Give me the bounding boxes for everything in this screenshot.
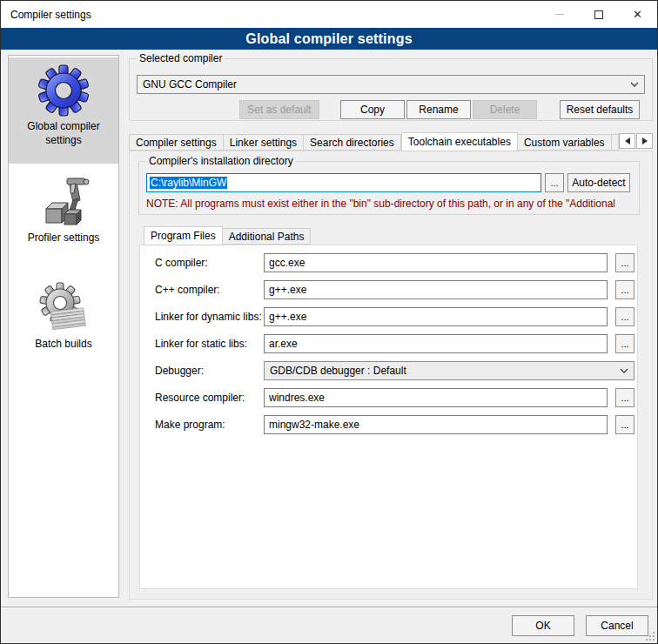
settings-tabstrip: Compiler settings Linker settings Search… — [129, 131, 653, 151]
installation-directory-value: C:\raylib\MinGW — [150, 177, 227, 189]
arrow-left-icon — [625, 138, 630, 144]
close-button[interactable]: ✕ — [618, 1, 657, 28]
ok-button[interactable]: OK — [512, 615, 574, 636]
field-value: mingw32-make.exe — [269, 419, 359, 431]
compiler-select-value: GNU GCC Compiler — [143, 78, 237, 91]
tab-program-files[interactable]: Program Files — [144, 226, 223, 245]
make-program-input[interactable]: mingw32-make.exe — [264, 415, 608, 434]
page-title: Global compiler settings — [245, 31, 413, 47]
tab-additional-paths[interactable]: Additional Paths — [223, 228, 312, 245]
field-label: Make program: — [155, 419, 264, 431]
program-files-page: C compiler: gcc.exe ... C++ compiler: g+… — [139, 245, 638, 589]
field-value: windres.exe — [269, 392, 325, 404]
footer-buttons: OK Cancel — [512, 615, 648, 636]
field-value: g++.exe — [269, 284, 306, 296]
auto-detect-button[interactable]: Auto-detect — [567, 173, 630, 192]
make-program-browse-button[interactable]: ... — [615, 415, 634, 434]
debugger-select-value: GDB/CDB debugger : Default — [270, 365, 406, 377]
gray-gear-stack-icon — [36, 280, 91, 336]
selected-compiler-group: Selected compiler GNU GCC Compiler Set a… — [129, 58, 653, 121]
field-value: gcc.exe — [269, 257, 305, 269]
dialog-body: Global compiler settings — [1, 50, 657, 608]
field-label: Debugger: — [155, 365, 264, 377]
cancel-button[interactable]: Cancel — [586, 615, 648, 636]
tab-scroll-left-button[interactable] — [619, 133, 635, 149]
compiler-settings-dialog: Compiler settings ✕ Global compiler sett… — [0, 0, 658, 644]
field-label: C compiler: — [155, 257, 264, 269]
sidebar-item-profiler-settings[interactable]: Profiler settings — [9, 164, 118, 270]
program-row-cpp-compiler: C++ compiler: g++.exe ... — [155, 280, 634, 299]
sidebar-item-label: Profiler settings — [18, 231, 109, 245]
window-title: Compiler settings — [10, 9, 91, 21]
c-compiler-browse-button[interactable]: ... — [615, 253, 634, 272]
c-compiler-input[interactable]: gcc.exe — [264, 253, 608, 272]
chevron-down-icon — [630, 82, 639, 87]
tab-scroll-right-button[interactable] — [636, 133, 653, 149]
programs-tabstrip: Program Files Additional Paths — [144, 225, 311, 245]
tab-compiler-settings[interactable]: Compiler settings — [129, 134, 224, 151]
compiler-buttons-row: Set as default Copy Rename Delete Reset … — [137, 100, 640, 119]
debugger-select[interactable]: GDB/CDB debugger : Default — [264, 361, 634, 380]
installation-directory-input[interactable]: C:\raylib\MinGW — [146, 173, 541, 192]
resource-compiler-input[interactable]: windres.exe — [264, 388, 608, 407]
program-row-dynamic-linker: Linker for dynamic libs: g++.exe ... — [155, 307, 634, 326]
minimize-icon — [555, 14, 564, 15]
program-row-debugger: Debugger: GDB/CDB debugger : Default — [155, 361, 634, 380]
tab-toolchain-executables[interactable]: Toolchain executables — [401, 132, 518, 151]
program-row-static-linker: Linker for static libs: ar.exe ... — [155, 334, 634, 353]
cpp-compiler-input[interactable]: g++.exe — [264, 280, 608, 299]
field-label: Resource compiler: — [155, 392, 264, 404]
sidebar-item-global-compiler-settings[interactable]: Global compiler settings — [9, 57, 118, 164]
resource-compiler-browse-button[interactable]: ... — [615, 388, 634, 407]
maximize-icon — [594, 10, 603, 19]
rename-button[interactable]: Rename — [406, 100, 471, 119]
field-label: Linker for dynamic libs: — [155, 311, 264, 323]
arrow-right-icon — [642, 138, 648, 144]
tab-scroll-buttons — [619, 133, 653, 149]
close-icon: ✕ — [633, 9, 642, 20]
installation-directory-legend: Compiler's installation directory — [146, 155, 296, 167]
dialog-footer: OK Cancel — [1, 607, 657, 643]
sidebar-item-batch-builds[interactable]: Batch builds — [9, 270, 118, 376]
static-linker-input[interactable]: ar.exe — [264, 334, 608, 353]
sidebar-item-label: Batch builds — [18, 338, 109, 352]
static-linker-browse-button[interactable]: ... — [615, 334, 634, 353]
tab-custom-variables[interactable]: Custom variables — [518, 134, 612, 151]
copy-button[interactable]: Copy — [340, 100, 405, 119]
program-row-resource-compiler: Resource compiler: windres.exe ... — [155, 388, 634, 407]
field-label: C++ compiler: — [155, 284, 264, 296]
toolchain-executables-page: Compiler's installation directory C:\ray… — [129, 151, 653, 600]
field-value: ar.exe — [269, 338, 298, 350]
tab-search-directories[interactable]: Search directories — [304, 134, 401, 151]
set-as-default-button[interactable]: Set as default — [239, 100, 319, 119]
minimize-button[interactable] — [540, 1, 579, 28]
program-row-c-compiler: C compiler: gcc.exe ... — [155, 253, 634, 272]
header-banner: Global compiler settings — [1, 28, 657, 50]
reset-defaults-button[interactable]: Reset defaults — [560, 100, 640, 119]
caption-buttons: ✕ — [540, 1, 657, 28]
dynamic-linker-input[interactable]: g++.exe — [264, 307, 608, 326]
tab-linker-settings[interactable]: Linker settings — [224, 134, 304, 151]
delete-button[interactable]: Delete — [473, 100, 537, 119]
settings-category-list: Global compiler settings — [8, 55, 119, 598]
selected-compiler-legend: Selected compiler — [137, 52, 225, 64]
cpp-compiler-browse-button[interactable]: ... — [615, 280, 634, 299]
chevron-down-icon — [620, 368, 628, 373]
blue-gear-icon — [36, 63, 91, 118]
tab-build-options[interactable]: Build options — [612, 134, 619, 151]
caliper-blocks-icon — [36, 174, 91, 230]
sidebar-item-label: Global compiler settings — [18, 120, 109, 147]
compiler-select[interactable]: GNU GCC Compiler — [137, 75, 645, 94]
installation-directory-group: Compiler's installation directory C:\ray… — [138, 161, 640, 215]
titlebar: Compiler settings ✕ — [1, 1, 657, 28]
maximize-button[interactable] — [579, 1, 618, 28]
program-row-make-program: Make program: mingw32-make.exe ... — [155, 415, 634, 434]
installation-directory-browse-button[interactable]: ... — [545, 173, 564, 192]
dynamic-linker-browse-button[interactable]: ... — [615, 307, 634, 326]
field-value: g++.exe — [269, 311, 306, 323]
resize-grip[interactable] — [646, 632, 655, 641]
installation-note: NOTE: All programs must exist either in … — [146, 198, 637, 210]
installation-directory-row: C:\raylib\MinGW ... Auto-detect — [146, 173, 630, 192]
field-label: Linker for static libs: — [155, 338, 264, 350]
